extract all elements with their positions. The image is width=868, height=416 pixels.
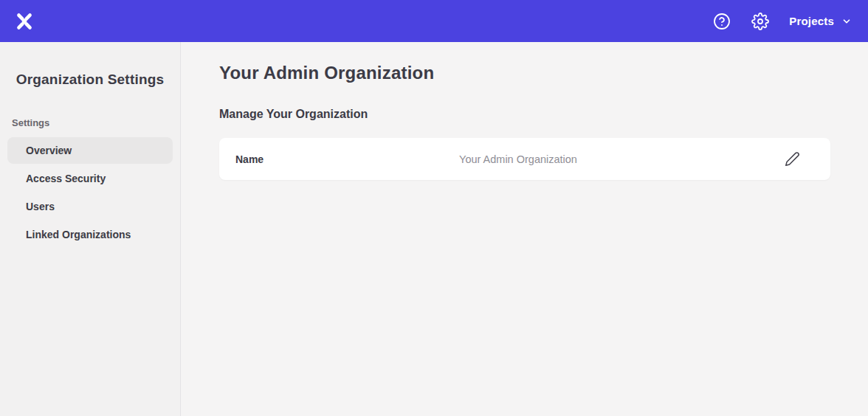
help-button[interactable]	[712, 12, 731, 31]
app-logo-button[interactable]	[12, 9, 37, 34]
sidebar-item-linked-organizations[interactable]: Linked Organizations	[7, 221, 173, 248]
sidebar-item-users[interactable]: Users	[7, 193, 173, 220]
projects-menu-button[interactable]: Projects	[789, 15, 852, 27]
gear-icon	[751, 13, 769, 30]
pencil-icon	[785, 151, 800, 167]
sidebar-title: Organization Settings	[0, 72, 180, 88]
projects-label: Projects	[789, 15, 834, 27]
page-title: Your Admin Organization	[219, 63, 830, 83]
sidebar-nav: Overview Access Security Users Linked Or…	[0, 137, 180, 248]
sidebar: Organization Settings Settings Overview …	[0, 42, 181, 416]
topbar-actions: Projects	[712, 12, 852, 31]
help-circle-icon	[713, 13, 731, 30]
chevron-down-icon	[841, 16, 852, 27]
settings-button[interactable]	[751, 12, 770, 31]
name-field-label: Name	[235, 153, 459, 165]
edit-name-button[interactable]	[783, 150, 801, 168]
sidebar-section-label: Settings	[12, 117, 180, 128]
name-field-row: Name Your Admin Organization	[219, 138, 830, 180]
main-content: Your Admin Organization Manage Your Orga…	[181, 42, 868, 416]
name-field-value: Your Admin Organization	[459, 153, 577, 165]
sidebar-item-access-security[interactable]: Access Security	[7, 165, 173, 192]
sidebar-item-overview[interactable]: Overview	[7, 137, 173, 164]
section-title: Manage Your Organization	[219, 108, 830, 121]
topbar: Projects	[0, 0, 868, 42]
mendix-x-logo-icon	[13, 10, 35, 32]
